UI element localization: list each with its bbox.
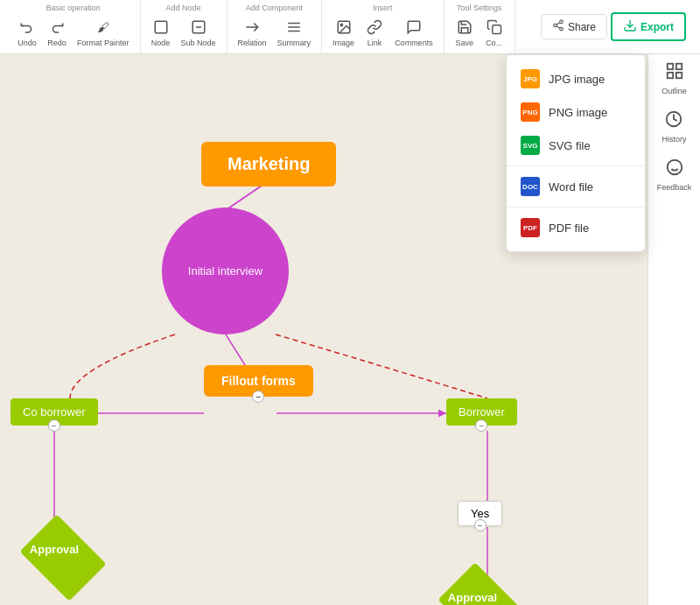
outline-panel-item[interactable]: Outline: [662, 61, 687, 95]
svg-point-10: [560, 20, 564, 24]
basic-operation-label: Basic operation: [46, 4, 101, 12]
svg-line-16: [226, 184, 264, 210]
redo-button[interactable]: Redo: [44, 16, 70, 49]
svg-line-13: [556, 26, 560, 28]
word-icon: DOC: [521, 177, 540, 196]
export-pdf-item[interactable]: PDF PDF file: [507, 211, 645, 244]
yes-node[interactable]: Yes −: [458, 501, 502, 526]
right-tools: Share Export: [534, 0, 693, 53]
add-component-group: Add Component Relation Summary: [228, 0, 323, 53]
sub-node-icon: [189, 18, 208, 37]
history-panel-item[interactable]: History: [662, 109, 686, 144]
export-word-item[interactable]: DOC Word file: [507, 170, 645, 203]
node-button[interactable]: Node: [148, 16, 174, 49]
relation-button[interactable]: Relation: [234, 16, 270, 49]
approval-left-node[interactable]: Approval: [19, 523, 89, 575]
svg-line-22: [226, 334, 245, 365]
insert-group: Insert Image Link Comments: [322, 0, 444, 53]
export-button[interactable]: Export: [611, 12, 686, 41]
copy-icon: [485, 18, 504, 37]
tool-settings-group: Tool Settings Save Co...: [444, 0, 515, 53]
link-icon: [365, 18, 384, 37]
fillout-forms-node[interactable]: Fillout forms −: [204, 365, 313, 397]
feedback-panel-item[interactable]: Feedback: [657, 158, 692, 192]
marketing-node[interactable]: Marketing: [201, 142, 336, 186]
add-node-label: Add Node: [166, 4, 201, 12]
tool-settings-label: Tool Settings: [457, 4, 502, 12]
coborrower-node[interactable]: Co borrower −: [10, 398, 98, 426]
undo-button[interactable]: Undo: [14, 16, 40, 49]
basic-operation-group: Basic operation Undo Redo 🖌 Format Paint…: [7, 0, 141, 53]
svg-point-12: [560, 27, 564, 31]
toolbar: Basic operation Undo Redo 🖌 Format Paint…: [0, 0, 700, 54]
svg-point-11: [554, 24, 557, 27]
svg-icon: SVG: [521, 136, 540, 155]
export-dropdown: JPG JPG image PNG PNG image SVG SVG file…: [506, 54, 646, 252]
svg-rect-9: [492, 25, 500, 34]
format-painter-icon: 🖌: [94, 18, 113, 37]
png-icon: PNG: [521, 102, 540, 122]
borrower-node[interactable]: Borrower −: [446, 398, 517, 426]
svg-rect-24: [676, 64, 681, 69]
summary-icon: [284, 18, 304, 37]
jpg-icon: JPG: [521, 69, 540, 88]
undo-icon: [18, 18, 37, 37]
feedback-icon: [665, 158, 684, 181]
sub-node-button[interactable]: Sub Node: [178, 16, 220, 49]
right-panel: Outline History Feedback: [648, 54, 700, 605]
yes-collapse-btn[interactable]: −: [474, 519, 486, 531]
export-svg-item[interactable]: SVG SVG file: [507, 129, 645, 162]
add-component-label: Add Component: [246, 4, 303, 12]
outline-icon: [665, 61, 684, 85]
summary-button[interactable]: Summary: [274, 16, 315, 49]
svg-rect-23: [667, 64, 672, 69]
copy-button[interactable]: Co...: [481, 16, 508, 49]
node-icon: [151, 18, 171, 37]
fillout-collapse-btn[interactable]: −: [252, 390, 264, 403]
add-node-group: Add Node Node Sub Node: [141, 0, 228, 53]
svg-point-8: [340, 24, 342, 25]
svg-rect-25: [676, 73, 681, 78]
export-png-item[interactable]: PNG PNG image: [507, 95, 645, 129]
image-button[interactable]: Image: [329, 16, 358, 49]
svg-rect-26: [667, 73, 672, 78]
svg-line-14: [556, 23, 560, 25]
pdf-icon: PDF: [521, 218, 540, 237]
svg-point-28: [667, 160, 682, 175]
export-jpg-item[interactable]: JPG JPG image: [507, 62, 645, 95]
dropdown-divider2: [507, 207, 645, 208]
dropdown-divider: [507, 165, 645, 166]
history-icon: [664, 109, 683, 133]
link-button[interactable]: Link: [361, 16, 388, 49]
format-painter-button[interactable]: 🖌 Format Painter: [74, 16, 133, 49]
coborrower-collapse-btn[interactable]: −: [48, 419, 60, 432]
relation-icon: [242, 18, 262, 37]
svg-rect-0: [155, 21, 167, 33]
comments-button[interactable]: Comments: [391, 16, 437, 49]
save-icon: [455, 18, 474, 37]
image-icon: [334, 18, 354, 37]
redo-icon: [47, 18, 66, 37]
initial-interview-node[interactable]: Initial interview: [162, 208, 289, 334]
borrower-collapse-btn[interactable]: −: [475, 419, 487, 432]
share-button[interactable]: Share: [541, 14, 607, 39]
export-icon: [623, 18, 637, 35]
comments-icon: [404, 18, 424, 37]
share-icon: [552, 19, 564, 34]
insert-label: Insert: [373, 4, 393, 12]
save-button[interactable]: Save: [452, 16, 478, 49]
approval-right-node[interactable]: Approval: [438, 571, 508, 605]
